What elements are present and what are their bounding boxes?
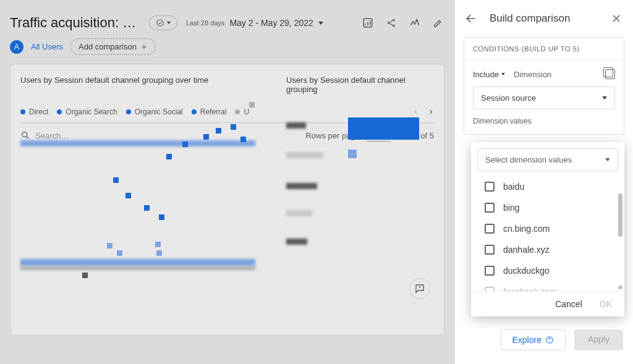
toolbar-icons xyxy=(362,17,444,29)
checkbox-icon xyxy=(485,245,495,255)
feedback-icon xyxy=(414,283,425,294)
checkbox-icon xyxy=(485,224,495,234)
legend-pager xyxy=(413,108,434,116)
legend-item: Organic Search xyxy=(57,108,117,116)
chart2-title: Users by Session default channel groupin… xyxy=(286,75,435,94)
apply-button: Apply xyxy=(574,329,623,350)
chart-bar: Users by Session default channel groupin… xyxy=(286,75,435,100)
feedback-button[interactable] xyxy=(409,278,430,299)
svg-point-4 xyxy=(393,25,394,27)
chevron-left-icon[interactable] xyxy=(413,108,419,116)
chevron-down-icon xyxy=(602,96,607,99)
close-icon xyxy=(611,13,622,24)
legend-dot-icon xyxy=(57,109,62,114)
segment-badge: A xyxy=(10,40,23,54)
dimension-label: Dimension xyxy=(514,70,551,79)
main-report-area: Traffic acquisition: Ses… Last 28 days M… xyxy=(0,0,454,364)
panel-title: Build comparison xyxy=(490,12,611,25)
checkbox-icon xyxy=(485,182,495,192)
share-icon[interactable] xyxy=(385,17,397,29)
plus-icon xyxy=(140,43,148,51)
page-title: Traffic acquisition: Ses… xyxy=(10,15,143,31)
charts-row: Users by Session default channel groupin… xyxy=(20,75,434,100)
conditions-heading: CONDITIONS (BUILD UP TO 5) xyxy=(464,38,624,61)
chevron-down-icon xyxy=(167,22,171,24)
legend-dot-icon xyxy=(20,109,25,114)
option-bing[interactable]: bing xyxy=(471,197,624,218)
legend-dot-icon xyxy=(235,109,240,114)
add-comparison-button[interactable]: Add comparison xyxy=(70,38,156,55)
option-cn-bing[interactable]: cn.bing.com xyxy=(471,218,624,239)
chevron-down-icon xyxy=(605,158,610,161)
svg-point-0 xyxy=(157,20,164,27)
conditions-box: CONDITIONS (BUILD UP TO 5) Include Dimen… xyxy=(464,37,624,135)
dimension-select[interactable]: Session source xyxy=(473,87,615,109)
edit-icon[interactable] xyxy=(432,17,444,29)
date-range-label: Last 28 days xyxy=(186,19,224,27)
comparison-row: A All Users Add comparison xyxy=(0,38,454,64)
chevron-down-icon xyxy=(318,22,323,25)
include-row: Include Dimension xyxy=(473,69,615,79)
scrollbar-track-end xyxy=(618,286,622,289)
svg-point-2 xyxy=(388,22,389,23)
dimension-values-select[interactable]: Select dimension values xyxy=(477,148,618,171)
cancel-button[interactable]: Cancel xyxy=(555,299,582,309)
svg-point-3 xyxy=(393,19,394,21)
conditions-body: Include Dimension Session source Dimensi… xyxy=(464,61,624,134)
legend-item: Referral xyxy=(192,108,227,116)
chevron-right-icon[interactable] xyxy=(428,108,434,116)
legend-dot-icon xyxy=(192,109,197,114)
segment-all-users[interactable]: All Users xyxy=(31,42,63,51)
date-range-picker[interactable]: Last 28 days May 2 - May 29, 2022 xyxy=(186,18,323,28)
add-comparison-label: Add comparison xyxy=(79,42,137,51)
checkbox-icon xyxy=(485,287,495,291)
ok-button: OK xyxy=(600,299,612,309)
insights-icon[interactable] xyxy=(362,17,374,29)
option-duckduckgo[interactable]: duckduckgo xyxy=(471,260,624,281)
option-cut[interactable]: facebook.com xyxy=(471,281,624,291)
copy-icon[interactable] xyxy=(605,69,615,79)
chart-legend: Direct Organic Search Organic Social Ref… xyxy=(20,108,434,116)
legend-item: Organic Social xyxy=(126,108,183,116)
legend-item: Direct xyxy=(20,108,48,116)
back-button[interactable] xyxy=(464,11,478,26)
report-card: Users by Session default channel groupin… xyxy=(10,64,444,336)
panel-footer: Explore Apply xyxy=(455,318,633,364)
dimension-values-list: baidu bing cn.bing.com danhale.xyz duckd… xyxy=(471,174,624,291)
panel-header: Build comparison xyxy=(455,0,633,37)
chart-time-series: Users by Session default channel groupin… xyxy=(20,75,268,100)
legend-item: U xyxy=(235,108,249,116)
status-dropdown[interactable] xyxy=(149,15,177,30)
search-input[interactable]: Search… xyxy=(35,131,69,140)
close-button[interactable] xyxy=(611,13,622,24)
dimension-values-dropdown: Select dimension values baidu bing cn.bi… xyxy=(471,142,624,316)
option-baidu[interactable]: baidu xyxy=(471,176,624,197)
scrollbar-thumb[interactable] xyxy=(618,193,622,237)
chevron-down-icon xyxy=(501,73,505,75)
svg-point-5 xyxy=(22,132,27,137)
checkbox-icon xyxy=(485,203,495,213)
dimension-values-label: Dimension values xyxy=(473,117,615,125)
chart1-body xyxy=(20,91,268,100)
explore-button[interactable]: Explore xyxy=(501,329,566,350)
report-header: Traffic acquisition: Ses… Last 28 days M… xyxy=(0,0,454,38)
chart1-title: Users by Session default channel groupin… xyxy=(20,75,268,85)
date-range-value: May 2 - May 29, 2022 xyxy=(229,18,313,28)
dropdown-actions: Cancel OK xyxy=(471,291,624,316)
check-circle-icon xyxy=(156,19,164,27)
insights-spark-icon[interactable] xyxy=(409,17,421,29)
checkbox-icon xyxy=(485,266,495,276)
option-danhale[interactable]: danhale.xyz xyxy=(471,239,624,260)
search-icon xyxy=(20,130,30,140)
arrow-left-icon xyxy=(465,12,477,25)
legend-dot-icon xyxy=(126,109,131,114)
help-icon xyxy=(545,336,554,344)
include-dropdown[interactable]: Include xyxy=(473,70,505,79)
